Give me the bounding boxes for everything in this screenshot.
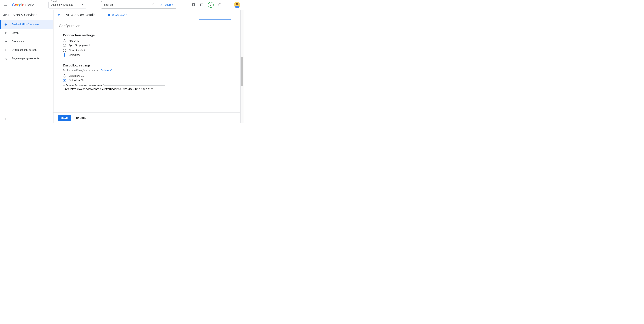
radio-label: Apps Script project: [68, 44, 90, 47]
dialogflow-helper-text: To choose a Dialogflow edition, see Edit…: [63, 69, 244, 71]
notifications-badge[interactable]: 1: [208, 2, 214, 8]
left-nav-title: APIs & Services: [12, 13, 37, 17]
radio-label: App URL: [68, 39, 79, 42]
nav-item-credentials[interactable]: Credentials: [0, 37, 53, 46]
svg-rect-4: [6, 118, 6, 120]
account-avatar[interactable]: [234, 2, 240, 8]
main-header: API/Service Details DISABLE API: [54, 10, 244, 20]
cloud-word: Cloud: [25, 3, 34, 7]
page-title: API/Service Details: [66, 13, 95, 17]
search-box: Search: [101, 1, 176, 8]
feedback-icon[interactable]: [192, 3, 195, 7]
agent-resource-input[interactable]: [63, 88, 165, 90]
svg-point-3: [236, 3, 238, 5]
radio-icon: [63, 79, 66, 82]
radio-icon: [63, 44, 66, 47]
page-scrollbar[interactable]: [240, 10, 244, 123]
library-icon: [4, 31, 8, 34]
avatar-icon: [234, 2, 240, 8]
key-icon: [4, 40, 8, 43]
helper-suffix: .: [112, 69, 112, 71]
consent-icon: [4, 48, 8, 51]
caret-down-icon: ▼: [82, 3, 84, 6]
radio-dialogflow[interactable]: Dialogflow: [63, 53, 244, 56]
radio-icon: [63, 49, 66, 52]
heading-connection-settings: Connection settings: [63, 33, 244, 37]
radio-icon: [63, 53, 66, 56]
section-title-configuration: Configuration: [59, 20, 244, 31]
nav-item-label: Library: [12, 31, 19, 34]
stop-icon: [108, 14, 110, 16]
radio-cloud-pubsub[interactable]: Cloud Pub/Sub: [63, 49, 244, 52]
scrollbar-thumb[interactable]: [241, 57, 243, 86]
nav-item-library[interactable]: Library: [0, 29, 53, 37]
editions-link[interactable]: Editions: [100, 69, 109, 71]
diamond-icon: [4, 23, 8, 26]
disable-api-button[interactable]: DISABLE API: [108, 13, 127, 16]
left-nav: API APIs & Services Enabled APIs & servi…: [0, 10, 54, 123]
menu-icon: [4, 3, 7, 6]
content-scroll[interactable]: Configuration Connection settings App UR…: [54, 20, 244, 123]
google-cloud-logo[interactable]: Google Cloud: [12, 3, 34, 7]
save-button[interactable]: SAVE: [58, 115, 71, 121]
radio-label: Dialogflow: [68, 53, 80, 56]
radio-label: Dialogflow CX: [68, 79, 84, 82]
api-icon: API: [3, 13, 9, 17]
nav-item-page-usage[interactable]: Page usage agreements: [0, 54, 53, 63]
collapse-nav-button[interactable]: [4, 117, 6, 121]
nav-item-label: Page usage agreements: [12, 57, 39, 60]
search-button[interactable]: Search: [156, 1, 176, 8]
nav-item-label: Enabled APIs & services: [12, 23, 39, 26]
main-content: API/Service Details DISABLE API Configur…: [54, 10, 244, 123]
toolbar-icons: 1 ⋮: [192, 2, 240, 8]
project-picker-value: Dialogflow Chat app: [51, 3, 82, 6]
radio-dialogflow-es[interactable]: Dialogflow ES: [63, 74, 244, 77]
external-link-icon: [110, 69, 112, 71]
chevron-left-icon: [4, 117, 6, 121]
more-menu-icon[interactable]: ⋮: [226, 3, 230, 7]
list-settings-icon: [4, 57, 8, 60]
form-footer: SAVE CANCEL: [54, 112, 240, 123]
hamburger-menu-button[interactable]: [2, 1, 9, 8]
helper-prefix: To choose a Dialogflow edition, see: [63, 69, 100, 71]
disable-api-label: DISABLE API: [112, 13, 127, 16]
notifications-count: 1: [210, 3, 212, 6]
radio-icon: [63, 74, 66, 77]
nav-item-label: Credentials: [12, 40, 24, 43]
project-picker[interactable]: Project Dialogflow Chat app ▼: [48, 1, 86, 8]
back-button[interactable]: [57, 12, 61, 17]
nav-item-oauth-consent[interactable]: OAuth consent screen: [0, 46, 53, 54]
agent-resource-field[interactable]: Agent or Environment resource name *: [63, 85, 165, 93]
search-button-label: Search: [164, 3, 173, 6]
top-bar: Google Cloud Project Dialogflow Chat app…: [0, 0, 244, 10]
radio-label: Dialogflow ES: [68, 74, 84, 77]
arrow-left-icon: [57, 12, 61, 17]
clear-search-button[interactable]: [150, 3, 156, 7]
radio-icon: [63, 39, 66, 42]
radio-apps-script[interactable]: Apps Script project: [63, 44, 244, 47]
search-input[interactable]: [101, 3, 150, 6]
cancel-button[interactable]: CANCEL: [76, 117, 86, 119]
heading-dialogflow-settings: Dialogflow settings: [63, 63, 244, 67]
left-nav-header: API APIs & Services: [0, 10, 53, 20]
search-icon: [160, 3, 163, 6]
help-icon[interactable]: [218, 3, 222, 7]
cloud-shell-icon[interactable]: [200, 3, 204, 7]
nav-item-label: OAuth consent screen: [12, 48, 36, 51]
radio-dialogflow-cx[interactable]: Dialogflow CX: [63, 79, 244, 82]
close-icon: [151, 3, 154, 6]
nav-item-enabled-apis[interactable]: Enabled APIs & services: [0, 20, 53, 29]
agent-resource-label: Agent or Environment resource name *: [65, 84, 104, 86]
radio-app-url[interactable]: App URL: [63, 39, 244, 42]
radio-label: Cloud Pub/Sub: [68, 49, 86, 52]
project-picker-label: Project: [50, 0, 57, 2]
